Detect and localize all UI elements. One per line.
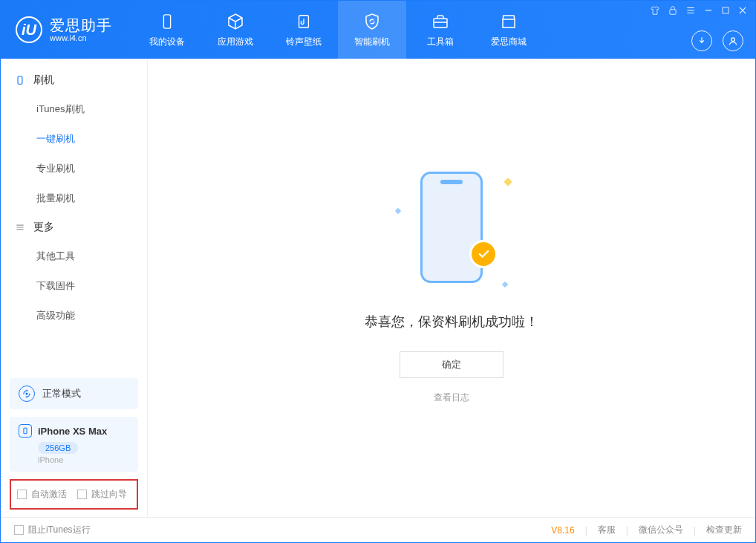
cube-icon — [226, 12, 245, 31]
svg-rect-6 — [18, 77, 22, 85]
device-name: iPhone XS Max — [38, 426, 107, 437]
checkbox-icon — [17, 490, 27, 499]
sidebar-item-one-key-flash[interactable]: 一键刷机 — [1, 124, 147, 154]
app-url: www.i4.cn — [50, 33, 112, 42]
shield-refresh-icon — [362, 12, 382, 31]
main-content: 恭喜您，保资料刷机成功啦！ 确定 查看日志 — [148, 59, 755, 517]
main-tabs: 我的设备 应用游戏 铃声壁纸 智能刷机 工具箱 爱思商城 — [133, 1, 543, 59]
device-type: iPhone — [38, 455, 129, 464]
phone-icon — [157, 12, 177, 31]
svg-rect-8 — [24, 428, 27, 434]
tab-my-device[interactable]: 我的设备 — [133, 1, 201, 59]
user-button[interactable] — [723, 30, 743, 51]
device-storage-badge: 256GB — [38, 442, 78, 454]
sidebar-item-batch-flash[interactable]: 批量刷机 — [1, 183, 147, 213]
support-link[interactable]: 客服 — [598, 524, 616, 536]
minimize-button[interactable] — [703, 5, 714, 18]
toolbox-icon — [431, 12, 450, 31]
checkbox-skip-guide[interactable]: 跳过向导 — [77, 488, 127, 501]
shirt-icon[interactable] — [650, 5, 660, 18]
mode-card[interactable]: 正常模式 — [10, 378, 138, 409]
music-file-icon — [294, 12, 313, 31]
mode-label: 正常模式 — [42, 387, 81, 400]
ok-button[interactable]: 确定 — [400, 351, 504, 378]
maximize-button[interactable] — [721, 6, 730, 17]
footer-right: V8.16 | 客服 | 微信公众号 | 检查更新 — [551, 524, 742, 536]
success-message: 恭喜您，保资料刷机成功啦！ — [365, 313, 538, 331]
svg-point-5 — [731, 38, 735, 42]
sidebar-item-other-tools[interactable]: 其他工具 — [1, 241, 147, 271]
success-illustration — [392, 172, 511, 290]
device-phone-icon — [19, 424, 32, 438]
store-icon — [499, 12, 518, 31]
download-button[interactable] — [691, 30, 712, 51]
sidebar-group-flash: 刷机 — [1, 66, 147, 94]
device-icon — [14, 74, 26, 86]
svg-rect-3 — [670, 10, 676, 14]
phone-illustration-icon — [420, 172, 483, 283]
checkbox-block-itunes[interactable]: 阻止iTunes运行 — [14, 524, 91, 536]
header-actions — [691, 30, 743, 51]
tab-apps-games[interactable]: 应用游戏 — [201, 1, 270, 59]
sidebar-bottom: 正常模式 iPhone XS Max 256GB iPhone 自动激活 — [1, 378, 147, 517]
check-update-link[interactable]: 检查更新 — [706, 524, 742, 536]
svg-rect-4 — [723, 7, 729, 13]
logo-icon: iU — [16, 16, 42, 43]
app-title: 爱思助手 — [50, 17, 112, 33]
sidebar-item-advanced[interactable]: 高级功能 — [1, 301, 147, 331]
header: iU 爱思助手 www.i4.cn 我的设备 应用游戏 铃声壁纸 智能刷机 — [1, 1, 755, 59]
options-highlighted: 自动激活 跳过向导 — [10, 479, 138, 510]
version-label: V8.16 — [551, 525, 574, 536]
success-check-icon — [469, 240, 498, 268]
sidebar: 刷机 iTunes刷机 一键刷机 专业刷机 批量刷机 更多 其他工具 下载固件 … — [1, 59, 148, 517]
svg-rect-2 — [434, 19, 447, 27]
sidebar-group-more: 更多 — [1, 213, 147, 241]
mode-icon — [19, 386, 35, 402]
checkbox-auto-activate[interactable]: 自动激活 — [17, 488, 67, 501]
device-card[interactable]: iPhone XS Max 256GB iPhone — [10, 417, 138, 472]
lock-icon[interactable] — [668, 5, 678, 18]
logo-text: 爱思助手 www.i4.cn — [50, 17, 112, 42]
logo: iU 爱思助手 www.i4.cn — [1, 1, 126, 59]
svg-point-7 — [26, 393, 27, 394]
svg-rect-0 — [163, 14, 170, 27]
app-window: iU 爱思助手 www.i4.cn 我的设备 应用游戏 铃声壁纸 智能刷机 — [0, 0, 756, 543]
body: 刷机 iTunes刷机 一键刷机 专业刷机 批量刷机 更多 其他工具 下载固件 … — [1, 59, 755, 517]
more-icon — [14, 221, 26, 233]
tab-ringtones-wallpapers[interactable]: 铃声壁纸 — [270, 1, 338, 59]
sidebar-item-download-firmware[interactable]: 下载固件 — [1, 271, 147, 301]
checkbox-icon — [77, 490, 87, 499]
footer: 阻止iTunes运行 V8.16 | 客服 | 微信公众号 | 检查更新 — [1, 517, 755, 542]
window-controls — [650, 5, 748, 18]
checkbox-icon — [14, 525, 24, 535]
menu-icon[interactable] — [685, 5, 696, 18]
close-button[interactable] — [737, 5, 748, 18]
tab-store[interactable]: 爱思商城 — [475, 1, 543, 59]
wechat-link[interactable]: 微信公众号 — [639, 524, 683, 536]
tab-toolbox[interactable]: 工具箱 — [406, 1, 475, 59]
sidebar-item-itunes-flash[interactable]: iTunes刷机 — [1, 94, 147, 124]
sidebar-item-pro-flash[interactable]: 专业刷机 — [1, 154, 147, 183]
tab-smart-flash[interactable]: 智能刷机 — [338, 1, 406, 59]
view-log-link[interactable]: 查看日志 — [434, 391, 469, 404]
